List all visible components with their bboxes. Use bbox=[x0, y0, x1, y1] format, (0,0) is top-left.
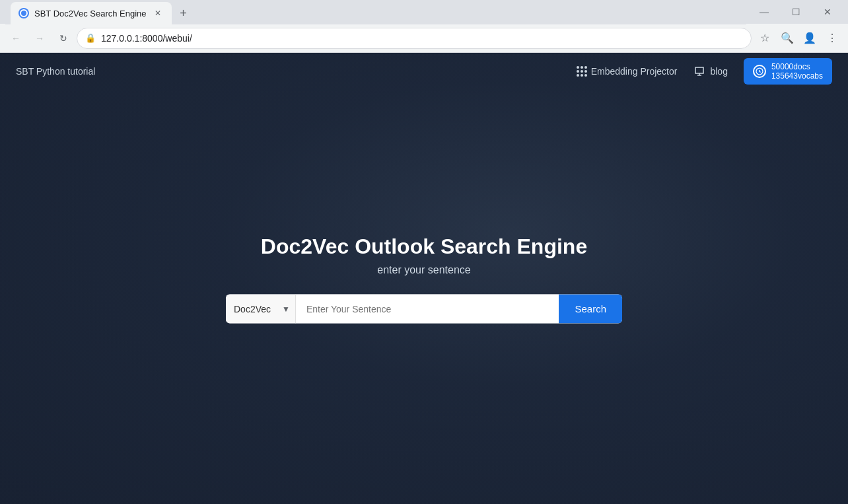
search-select-wrapper[interactable]: Doc2Vec Word2Vec FastText ▼ bbox=[226, 294, 296, 323]
app-navbar: SBT Python tutorial Embedding Projector … bbox=[0, 53, 848, 90]
forward-button[interactable]: → bbox=[29, 28, 50, 49]
tab-close-button[interactable]: ✕ bbox=[152, 7, 164, 19]
tab-favicon bbox=[18, 8, 29, 18]
search-button[interactable]: Search bbox=[559, 294, 622, 323]
nav-right: Embedding Projector blog 50000docs bbox=[577, 58, 832, 85]
hero-title: Doc2Vec Outlook Search Engine bbox=[226, 234, 622, 258]
grid-icon bbox=[577, 66, 587, 77]
maximize-button[interactable]: ☐ bbox=[781, 0, 811, 24]
embedding-projector-link[interactable]: Embedding Projector bbox=[577, 66, 678, 77]
vocabs-count: 135643vocabs bbox=[771, 71, 823, 81]
tab-title: SBT Doc2Vec Search Engine bbox=[34, 9, 147, 18]
blog-icon bbox=[693, 65, 706, 78]
hero-section: Doc2Vec Outlook Search Engine enter your… bbox=[226, 234, 622, 323]
new-tab-button[interactable]: + bbox=[174, 4, 193, 22]
address-bar: ← → ↻ 🔒 127.0.0.1:8000/webui/ ☆ 🔍 👤 ⋮ bbox=[0, 24, 848, 53]
close-button[interactable]: ✕ bbox=[812, 0, 843, 24]
search-type-select[interactable]: Doc2Vec Word2Vec FastText bbox=[234, 303, 279, 314]
menu-icon[interactable]: ⋮ bbox=[822, 28, 843, 49]
bookmark-star-icon[interactable]: ☆ bbox=[754, 28, 775, 49]
stats-icon bbox=[753, 65, 766, 78]
hero-subtitle: enter your sentence bbox=[226, 264, 622, 275]
nav-brand[interactable]: SBT Python tutorial bbox=[16, 66, 95, 77]
select-chevron-icon: ▼ bbox=[282, 304, 290, 313]
active-tab[interactable]: SBT Doc2Vec Search Engine ✕ bbox=[11, 2, 172, 24]
address-input[interactable]: 🔒 127.0.0.1:8000/webui/ bbox=[77, 28, 752, 49]
title-bar: SBT Doc2Vec Search Engine ✕ + — ☐ ✕ bbox=[0, 0, 848, 24]
back-button[interactable]: ← bbox=[5, 28, 26, 49]
blog-label: blog bbox=[710, 66, 727, 77]
stats-text: 50000docs 135643vocabs bbox=[771, 62, 823, 81]
search-form: Doc2Vec Word2Vec FastText ▼ Search bbox=[226, 294, 622, 323]
stats-badge[interactable]: 50000docs 135643vocabs bbox=[744, 58, 832, 85]
lock-icon: 🔒 bbox=[85, 33, 96, 43]
blog-link[interactable]: blog bbox=[693, 65, 727, 78]
window-controls: — ☐ ✕ bbox=[749, 0, 843, 24]
address-text: 127.0.0.1:8000/webui/ bbox=[101, 33, 743, 44]
docs-count: 50000docs bbox=[771, 62, 823, 71]
embedding-projector-label: Embedding Projector bbox=[591, 66, 678, 77]
toolbar-icons: ☆ 🔍 👤 ⋮ bbox=[754, 28, 843, 49]
reload-button[interactable]: ↻ bbox=[53, 28, 74, 49]
page-content: SBT Python tutorial Embedding Projector … bbox=[0, 53, 848, 504]
minimize-button[interactable]: — bbox=[749, 0, 779, 24]
zoom-icon[interactable]: 🔍 bbox=[777, 28, 798, 49]
profile-icon[interactable]: 👤 bbox=[799, 28, 820, 49]
search-input[interactable] bbox=[296, 294, 559, 323]
